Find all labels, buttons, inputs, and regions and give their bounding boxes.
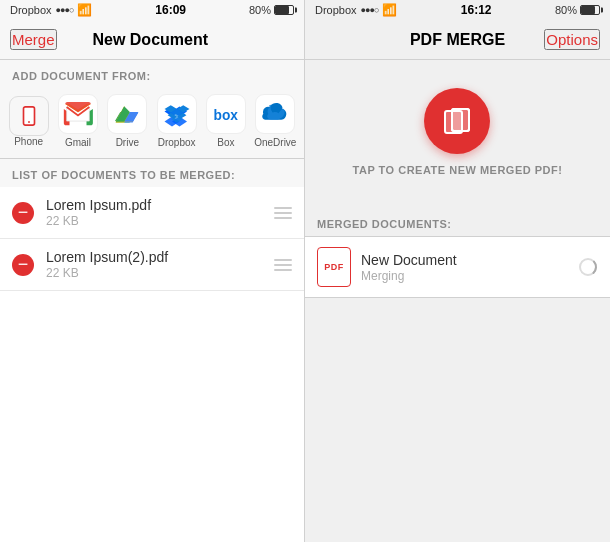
battery-pct-right: 80% xyxy=(555,4,577,16)
merged-doc-name-0: New Document xyxy=(361,252,570,268)
status-right-left: 80% xyxy=(249,4,294,16)
back-button-left[interactable]: Merge xyxy=(10,29,57,50)
list-header: LIST OF DOCUMENTS TO BE MERGED: xyxy=(0,159,304,187)
source-box-label: Box xyxy=(217,137,234,148)
signal-dots-right: ●●●○ xyxy=(361,5,379,15)
doc-info-0: Lorem Ipsum.pdf 22 KB xyxy=(46,197,266,228)
doc-name-1: Lorem Ipsum(2).pdf xyxy=(46,249,266,265)
wifi-icon: 📶 xyxy=(77,3,92,17)
svg-point-1 xyxy=(28,121,30,123)
merged-info-0: New Document Merging xyxy=(361,252,570,283)
wifi-icon-right: 📶 xyxy=(382,3,397,17)
svg-text:box: box xyxy=(213,108,238,123)
status-right-right: 80% xyxy=(555,4,600,16)
nav-title-right: PDF MERGE xyxy=(410,31,505,49)
source-onedrive[interactable]: OneDrive xyxy=(253,94,298,148)
options-button[interactable]: Options xyxy=(544,29,600,50)
pdf-file-icon: PDF xyxy=(317,247,351,287)
drive-icon xyxy=(107,94,147,134)
drag-handle-1[interactable] xyxy=(274,259,292,271)
pdf-label: PDF xyxy=(324,262,344,272)
merged-item-0[interactable]: PDF New Document Merging xyxy=(305,237,610,297)
source-phone[interactable]: Phone xyxy=(6,96,51,147)
doc-item-0: − Lorem Ipsum.pdf 22 KB xyxy=(0,187,304,239)
battery-icon-right xyxy=(580,5,600,15)
source-dropbox[interactable]: Dropbox xyxy=(154,94,199,148)
tap-hint-text: TAP TO CREATE NEW MERGED PDF! xyxy=(353,164,563,188)
dropbox-icon xyxy=(157,94,197,134)
nav-bar-right: PDF MERGE Options xyxy=(305,20,610,60)
nav-bar-left: Merge New Document xyxy=(0,20,304,60)
merged-doc-status-0: Merging xyxy=(361,269,570,283)
source-dropbox-label: Dropbox xyxy=(158,137,196,148)
battery-icon-left xyxy=(274,5,294,15)
remove-doc-0-button[interactable]: − xyxy=(12,202,34,224)
status-left-carrier: Dropbox ●●●○ 📶 xyxy=(10,3,92,17)
merge-button-area: TAP TO CREATE NEW MERGED PDF! xyxy=(305,60,610,208)
signal-dots: ●●●○ xyxy=(56,5,74,15)
merged-header: MERGED DOCUMENTS: xyxy=(305,208,610,236)
source-gmail-label: Gmail xyxy=(65,137,91,148)
doc-name-0: Lorem Ipsum.pdf xyxy=(46,197,266,213)
add-doc-header: ADD DOCUMENT FROM: xyxy=(0,60,304,88)
onedrive-icon xyxy=(255,94,295,134)
drag-handle-0[interactable] xyxy=(274,207,292,219)
source-drive[interactable]: Drive xyxy=(105,94,150,148)
merge-pdf-icon xyxy=(440,104,474,138)
status-bar-right: Dropbox ●●●○ 📶 16:12 80% xyxy=(305,0,610,20)
nav-title-left: New Document xyxy=(92,31,208,49)
carrier-text-right: Dropbox xyxy=(315,4,357,16)
merge-spinner xyxy=(578,257,598,277)
carrier-text: Dropbox xyxy=(10,4,52,16)
remove-doc-1-button[interactable]: − xyxy=(12,254,34,276)
svg-rect-19 xyxy=(452,109,469,131)
source-box[interactable]: box Box xyxy=(203,94,248,148)
status-bar-left: Dropbox ●●●○ 📶 16:09 80% xyxy=(0,0,304,20)
create-merge-button[interactable] xyxy=(424,88,490,154)
status-time-left: 16:09 xyxy=(155,3,186,17)
source-phone-label: Phone xyxy=(14,136,43,147)
source-drive-label: Drive xyxy=(116,137,139,148)
box-icon: box xyxy=(206,94,246,134)
right-panel: Dropbox ●●●○ 📶 16:12 80% PDF MERGE Optio… xyxy=(305,0,610,542)
status-time-right: 16:12 xyxy=(461,3,492,17)
status-left-right: Dropbox ●●●○ 📶 xyxy=(315,3,397,17)
document-list: − Lorem Ipsum.pdf 22 KB − Lorem Ipsum(2)… xyxy=(0,187,304,542)
doc-info-1: Lorem Ipsum(2).pdf 22 KB xyxy=(46,249,266,280)
phone-icon xyxy=(9,96,49,136)
merged-list: PDF New Document Merging xyxy=(305,236,610,298)
battery-pct-left: 80% xyxy=(249,4,271,16)
doc-item-1: − Lorem Ipsum(2).pdf 22 KB xyxy=(0,239,304,291)
left-panel: Dropbox ●●●○ 📶 16:09 80% Merge New Docum… xyxy=(0,0,305,542)
source-icons-row: Phone Gmail xyxy=(0,88,304,159)
source-gmail[interactable]: Gmail xyxy=(55,94,100,148)
gmail-icon xyxy=(58,94,98,134)
doc-size-0: 22 KB xyxy=(46,214,266,228)
source-onedrive-label: OneDrive xyxy=(254,137,296,148)
doc-size-1: 22 KB xyxy=(46,266,266,280)
